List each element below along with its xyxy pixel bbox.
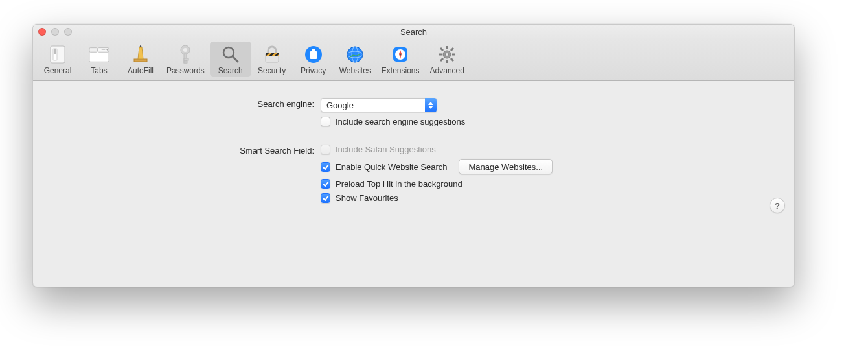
- show-favourites-label: Show Favourites: [336, 193, 398, 203]
- preload-top-hit-label: Preload Top Hit in the background: [336, 179, 463, 189]
- quick-website-search-checkbox[interactable]: [321, 162, 330, 172]
- include-suggestions-checkbox[interactable]: [321, 117, 330, 126]
- help-button[interactable]: ?: [770, 198, 785, 213]
- safari-suggestions-row: Include Safari Suggestions: [321, 145, 553, 154]
- safari-suggestions-checkbox: [321, 145, 330, 154]
- svg-rect-13: [184, 58, 188, 60]
- svg-rect-7: [134, 59, 147, 62]
- security-icon: [262, 44, 282, 65]
- svg-point-31: [400, 54, 402, 56]
- tab-label: Advanced: [430, 66, 464, 75]
- tab-privacy[interactable]: Privacy: [293, 42, 334, 77]
- tab-label: Extensions: [382, 66, 420, 75]
- zoom-window-button[interactable]: [64, 28, 72, 36]
- svg-line-39: [451, 58, 453, 61]
- quick-website-search-label: Enable Quick Website Search: [336, 162, 447, 172]
- svg-marker-43: [428, 106, 433, 109]
- safari-suggestions-label: Include Safari Suggestions: [336, 145, 436, 154]
- search-engine-popup[interactable]: Google: [321, 98, 437, 112]
- svg-rect-23: [312, 49, 315, 52]
- tab-websites[interactable]: Websites: [334, 42, 376, 77]
- tab-advanced[interactable]: Advanced: [425, 42, 470, 77]
- search-engine-value: Google: [326, 101, 354, 110]
- smart-search-label: Smart Search Field:: [46, 145, 321, 156]
- svg-rect-2: [54, 49, 56, 54]
- tab-general[interactable]: General: [37, 42, 78, 77]
- tab-label: Tabs: [91, 66, 107, 75]
- tab-passwords[interactable]: Passwords: [161, 42, 210, 77]
- show-favourites-row[interactable]: Show Favourites: [321, 193, 553, 203]
- tab-search[interactable]: Search: [210, 42, 251, 77]
- tab-label: Passwords: [166, 66, 205, 75]
- svg-rect-0: [51, 46, 65, 63]
- search-icon: [220, 44, 241, 65]
- tab-tabs[interactable]: — + Tabs: [78, 42, 120, 77]
- window-controls: [38, 28, 72, 36]
- preload-top-hit-checkbox[interactable]: [321, 179, 330, 189]
- svg-rect-22: [310, 51, 317, 59]
- tab-label: Privacy: [301, 66, 326, 75]
- preferences-toolbar: General — + Tabs: [33, 39, 794, 81]
- chevron-up-down-icon: [425, 98, 437, 112]
- tab-autofill[interactable]: AutoFill: [120, 42, 161, 77]
- tab-extensions[interactable]: Extensions: [376, 42, 425, 77]
- svg-rect-4: [89, 48, 97, 53]
- tab-label: Security: [258, 66, 286, 75]
- svg-rect-3: [89, 51, 109, 62]
- websites-icon: [345, 44, 365, 65]
- tab-security[interactable]: Security: [251, 42, 293, 77]
- include-suggestions-row[interactable]: Include search engine suggestions: [321, 117, 465, 126]
- tabs-icon: — +: [89, 44, 109, 65]
- svg-text:— +: — +: [102, 47, 108, 51]
- svg-point-33: [446, 53, 449, 56]
- search-engine-label: Search engine:: [46, 98, 321, 109]
- show-favourites-checkbox[interactable]: [321, 193, 330, 203]
- close-window-button[interactable]: [38, 28, 46, 36]
- svg-line-41: [440, 58, 443, 61]
- include-suggestions-label: Include search engine suggestions: [336, 117, 465, 126]
- tab-label: Websites: [339, 66, 371, 75]
- svg-line-38: [440, 48, 443, 51]
- svg-line-16: [233, 56, 238, 62]
- search-pane: Search engine: Google Include search eng…: [33, 81, 794, 221]
- svg-line-40: [451, 48, 453, 51]
- svg-marker-8: [138, 47, 143, 59]
- svg-rect-14: [184, 61, 187, 63]
- privacy-icon: [303, 44, 324, 65]
- extensions-icon: [390, 44, 411, 65]
- quick-website-search-row[interactable]: Enable Quick Website Search: [321, 162, 447, 172]
- preload-top-hit-row[interactable]: Preload Top Hit in the background: [321, 179, 553, 189]
- manage-websites-button[interactable]: Manage Websites...: [459, 159, 553, 174]
- tab-label: General: [44, 66, 72, 75]
- svg-rect-19: [266, 53, 279, 56]
- svg-marker-42: [428, 102, 433, 105]
- tab-label: Search: [218, 66, 243, 75]
- preferences-window: Search General: [32, 24, 795, 287]
- advanced-icon: [437, 44, 457, 65]
- svg-marker-9: [139, 45, 142, 47]
- titlebar: Search: [33, 25, 794, 39]
- passwords-icon: [175, 44, 196, 65]
- general-icon: [47, 44, 68, 65]
- svg-point-11: [183, 48, 187, 52]
- autofill-icon: [130, 44, 151, 65]
- tab-label: AutoFill: [128, 66, 154, 75]
- minimize-window-button[interactable]: [51, 28, 59, 36]
- window-title: Search: [400, 27, 427, 37]
